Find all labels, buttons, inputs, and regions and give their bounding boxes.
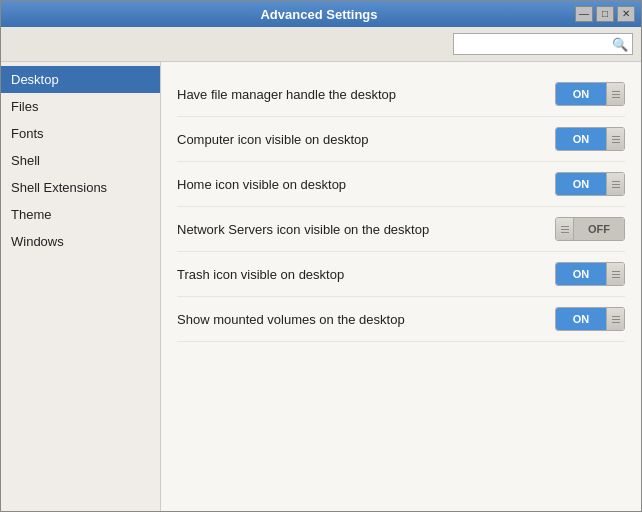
window-title: Advanced Settings	[63, 7, 575, 22]
maximize-button[interactable]: □	[596, 6, 614, 22]
toggle-mounted-volumes[interactable]: ON	[555, 307, 625, 331]
toggle-computer-icon[interactable]: ON	[555, 127, 625, 151]
close-button[interactable]: ✕	[617, 6, 635, 22]
setting-label-computer-icon: Computer icon visible on desktop	[177, 132, 555, 147]
toggle-handle	[606, 263, 624, 285]
search-box: 🔍	[453, 33, 633, 55]
sidebar-item-shell-extensions[interactable]: Shell Extensions	[1, 174, 160, 201]
setting-label-trash-icon: Trash icon visible on desktop	[177, 267, 555, 282]
sidebar-item-theme[interactable]: Theme	[1, 201, 160, 228]
window-controls: — □ ✕	[575, 6, 635, 22]
setting-row-network-servers: Network Servers icon visible on the desk…	[177, 207, 625, 252]
sidebar: Desktop Files Fonts Shell Shell Extensio…	[1, 62, 161, 511]
toggle-handle	[606, 308, 624, 330]
toggle-on-label: ON	[556, 308, 606, 330]
toggle-home-icon[interactable]: ON	[555, 172, 625, 196]
toggle-network-servers[interactable]: OFF	[555, 217, 625, 241]
minimize-button[interactable]: —	[575, 6, 593, 22]
toggle-handle	[606, 173, 624, 195]
toggle-on-label: ON	[556, 263, 606, 285]
toolbar: 🔍	[1, 27, 641, 62]
setting-label-file-manager: Have file manager handle the desktop	[177, 87, 555, 102]
sidebar-item-desktop[interactable]: Desktop	[1, 66, 160, 93]
toggle-file-manager[interactable]: ON	[555, 82, 625, 106]
toggle-off-handle	[556, 218, 574, 240]
advanced-settings-window: Advanced Settings — □ ✕ 🔍 Desktop Files …	[0, 0, 642, 512]
title-bar: Advanced Settings — □ ✕	[1, 1, 641, 27]
sidebar-item-files[interactable]: Files	[1, 93, 160, 120]
search-input[interactable]	[453, 33, 633, 55]
setting-row-computer-icon: Computer icon visible on desktop ON	[177, 117, 625, 162]
setting-label-home-icon: Home icon visible on desktop	[177, 177, 555, 192]
setting-row-trash-icon: Trash icon visible on desktop ON	[177, 252, 625, 297]
toggle-off-label: OFF	[574, 218, 624, 240]
setting-label-mounted-volumes: Show mounted volumes on the desktop	[177, 312, 555, 327]
setting-row-file-manager: Have file manager handle the desktop ON	[177, 72, 625, 117]
settings-panel: Have file manager handle the desktop ON …	[161, 62, 641, 511]
toggle-on-label: ON	[556, 83, 606, 105]
toggle-on-label: ON	[556, 173, 606, 195]
search-icon: 🔍	[612, 37, 628, 52]
sidebar-item-shell[interactable]: Shell	[1, 147, 160, 174]
toggle-handle	[606, 128, 624, 150]
setting-row-mounted-volumes: Show mounted volumes on the desktop ON	[177, 297, 625, 342]
content-area: Desktop Files Fonts Shell Shell Extensio…	[1, 62, 641, 511]
toggle-on-label: ON	[556, 128, 606, 150]
sidebar-item-windows[interactable]: Windows	[1, 228, 160, 255]
setting-row-home-icon: Home icon visible on desktop ON	[177, 162, 625, 207]
sidebar-item-fonts[interactable]: Fonts	[1, 120, 160, 147]
setting-label-network-servers: Network Servers icon visible on the desk…	[177, 222, 555, 237]
toggle-handle	[606, 83, 624, 105]
toggle-trash-icon[interactable]: ON	[555, 262, 625, 286]
